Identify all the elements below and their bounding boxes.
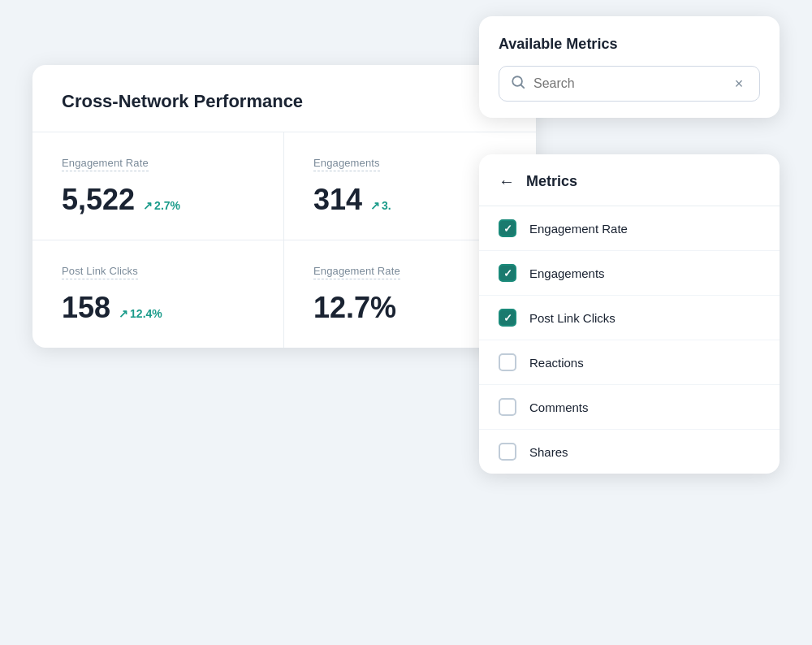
metrics-list-item[interactable]: ✓Post Link Clicks xyxy=(479,296,780,340)
metrics-list-item[interactable]: Reactions xyxy=(479,340,780,385)
metric-cell-engagement-rate: Engagement Rate 5,522 2.7% xyxy=(32,132,284,240)
metrics-list-item[interactable]: Comments xyxy=(479,385,780,430)
checkbox[interactable] xyxy=(499,398,516,416)
performance-card-header: Cross-Network Performance xyxy=(32,65,536,132)
metric-cell-post-link-clicks: Post Link Clicks 158 12.4% xyxy=(32,240,284,348)
metric-value-row-1: 5,522 2.7% xyxy=(62,183,254,217)
metrics-list: ✓Engagement Rate✓Engagements✓Post Link C… xyxy=(479,206,780,474)
metric-change-2: 3. xyxy=(370,199,391,212)
metric-item-label: Reactions xyxy=(529,356,584,370)
checkbox[interactable] xyxy=(499,443,516,461)
metric-value-4: 12.7% xyxy=(313,291,396,325)
metric-label-1: Engagement Rate xyxy=(62,157,149,171)
checkbox[interactable] xyxy=(499,353,516,371)
metrics-list-item[interactable]: ✓Engagements xyxy=(479,251,780,296)
metric-item-label: Engagement Rate xyxy=(529,222,628,236)
metric-value-2: 314 xyxy=(313,183,362,217)
metric-label-2: Engagements xyxy=(313,157,380,171)
checkbox[interactable]: ✓ xyxy=(499,264,516,282)
metric-item-label: Post Link Clicks xyxy=(529,311,615,325)
metrics-panel-header: ← Metrics xyxy=(479,154,780,206)
metric-value-1: 5,522 xyxy=(62,183,135,217)
metric-item-label: Shares xyxy=(529,445,568,459)
search-input[interactable] xyxy=(533,76,722,91)
metric-change-3: 12.4% xyxy=(119,307,162,320)
metric-value-row-3: 158 12.4% xyxy=(62,291,254,325)
search-clear-button[interactable]: × xyxy=(730,75,748,93)
metrics-list-item[interactable]: Shares xyxy=(479,430,780,474)
metric-label-4: Engagement Rate xyxy=(313,265,400,279)
metric-value-row-4: 12.7% xyxy=(313,291,507,325)
metric-item-label: Comments xyxy=(529,400,589,414)
back-button[interactable]: ← xyxy=(499,172,515,191)
metrics-grid: Engagement Rate 5,522 2.7% Engagements 3… xyxy=(32,132,536,348)
search-icon xyxy=(511,75,525,93)
metric-label-3: Post Link Clicks xyxy=(62,265,138,279)
metrics-panel-title: Metrics xyxy=(526,173,577,190)
performance-card: Cross-Network Performance Engagement Rat… xyxy=(32,65,536,348)
metrics-panel: ← Metrics ✓Engagement Rate✓Engagements✓P… xyxy=(479,154,780,474)
search-input-wrapper[interactable]: × xyxy=(499,66,760,102)
metrics-list-item[interactable]: ✓Engagement Rate xyxy=(479,206,780,251)
metric-item-label: Engagements xyxy=(529,266,605,280)
available-metrics-card: Available Metrics × xyxy=(479,16,780,118)
checkbox[interactable]: ✓ xyxy=(499,309,516,327)
performance-card-title: Cross-Network Performance xyxy=(62,91,507,112)
available-metrics-title: Available Metrics xyxy=(499,36,760,53)
checkbox[interactable]: ✓ xyxy=(499,219,516,237)
metric-change-1: 2.7% xyxy=(143,199,180,212)
metric-value-row-2: 314 3. xyxy=(313,183,507,217)
metric-value-3: 158 xyxy=(62,291,110,325)
